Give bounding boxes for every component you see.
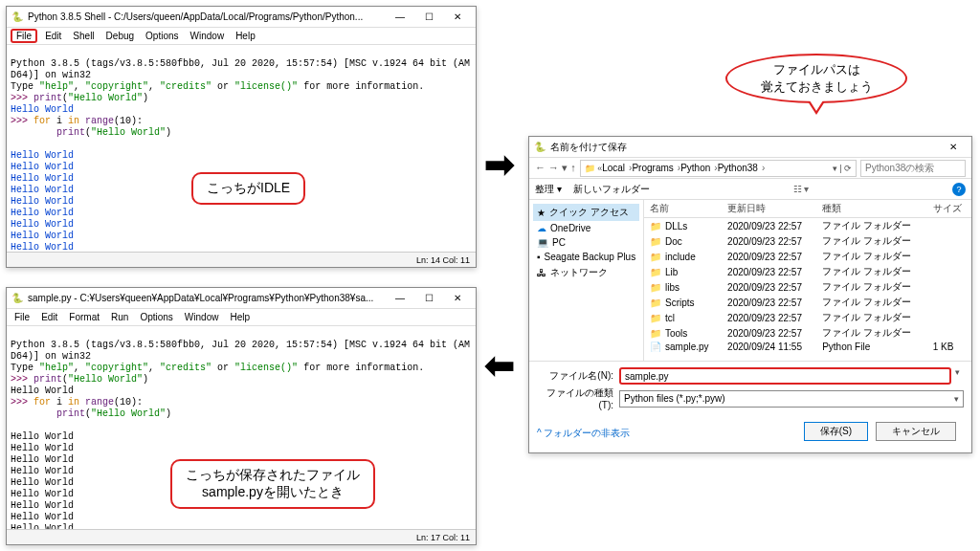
nav-onedrive[interactable]: ☁OneDrive xyxy=(533,221,639,235)
view-icon[interactable]: ☷ ▾ xyxy=(793,184,810,194)
save-title: 名前を付けて保存 xyxy=(550,141,939,154)
editor-status: Ln: 17 Col: 11 xyxy=(416,533,470,542)
col-size[interactable]: サイズ xyxy=(927,200,971,218)
callout-idle: こっちがIDLE xyxy=(191,172,305,205)
editor-title: sample.py - C:¥Users¥queen¥AppData¥Local… xyxy=(28,293,386,303)
menu-options[interactable]: Options xyxy=(142,31,182,41)
python-icon: 🐍 xyxy=(11,11,24,24)
callout-path-line2: 覚えておきましょう xyxy=(761,79,873,94)
crumb-local[interactable]: Local xyxy=(602,163,632,173)
folder-icon: 📁 xyxy=(650,313,661,323)
col-name[interactable]: 名前 xyxy=(644,200,722,218)
minimize-icon[interactable]: — xyxy=(386,289,414,308)
editor-statusbar: Ln: 17 Col: 11 xyxy=(7,529,476,544)
callout-path-speech: ファイルパスは 覚えておきましょう xyxy=(725,54,907,103)
menu-help[interactable]: Help xyxy=(232,31,259,41)
col-type[interactable]: 種類 xyxy=(816,200,927,218)
maximize-icon[interactable]: ☐ xyxy=(414,8,443,27)
save-titlebar[interactable]: 🐍 名前を付けて保存 ✕ xyxy=(529,137,971,158)
search-input[interactable] xyxy=(860,160,966,177)
nav-pc[interactable]: 💻PC xyxy=(533,235,639,250)
idle-title: Python 3.8.5 Shell - C:/Users/queen/AppD… xyxy=(28,11,386,22)
col-date[interactable]: 更新日時 xyxy=(722,200,816,218)
menu-window[interactable]: Window xyxy=(187,31,229,41)
folder-icon: 📁 xyxy=(650,236,661,247)
menu-edit[interactable]: Edit xyxy=(37,312,61,322)
table-row[interactable]: 📁Lib2020/09/23 22:57ファイル フォルダー xyxy=(644,264,971,279)
menu-window[interactable]: Window xyxy=(181,312,223,322)
callout-path-line1: ファイルパスは xyxy=(773,62,860,77)
menu-run[interactable]: Run xyxy=(107,312,132,322)
table-row[interactable]: 📁tcl2020/09/23 22:57ファイル フォルダー xyxy=(644,310,971,325)
idle-shell-window: 🐍 Python 3.8.5 Shell - C:/Users/queen/Ap… xyxy=(6,6,477,268)
organize-button[interactable]: 整理 ▾ xyxy=(535,183,562,196)
crumb-python38[interactable]: Python38 xyxy=(718,163,766,173)
newfolder-button[interactable]: 新しいフォルダー xyxy=(573,183,650,196)
cancel-button[interactable]: キャンセル xyxy=(876,422,956,441)
close-icon[interactable]: ✕ xyxy=(443,289,472,308)
python-icon: 🐍 xyxy=(11,292,24,305)
close-icon[interactable]: ✕ xyxy=(939,138,968,157)
folder-icon: 📁 xyxy=(650,267,661,277)
callout-editor: こっちが保存されたファイル sample.pyを開いたとき xyxy=(170,459,375,509)
python-icon: 🐍 xyxy=(533,141,546,154)
nav-network[interactable]: 🖧ネットワーク xyxy=(533,264,639,281)
menu-edit[interactable]: Edit xyxy=(41,31,65,41)
arrow-right-icon: ➡ xyxy=(484,143,515,186)
nav-back-icon[interactable]: ← → ▾ ↑ xyxy=(535,162,576,174)
filetype-label: ファイルの種類(T): xyxy=(537,386,613,410)
filename-input[interactable] xyxy=(619,367,951,385)
arrow-left-icon: ➡ xyxy=(484,344,515,386)
nav-seagate[interactable]: ▪Seagate Backup Plus xyxy=(533,250,639,264)
idle-status: Ln: 14 Col: 11 xyxy=(416,255,470,265)
folder-icon: 📁 xyxy=(650,298,661,308)
editor-menubar: File Edit Format Run Options Window Help xyxy=(7,309,476,326)
close-icon[interactable]: ✕ xyxy=(443,8,472,27)
menu-file[interactable]: File xyxy=(11,312,33,322)
idle-menubar: File Edit Shell Debug Options Window Hel… xyxy=(7,28,476,45)
crumb-python[interactable]: Python xyxy=(680,163,717,173)
menu-format[interactable]: Format xyxy=(65,312,103,322)
table-row[interactable]: 📁DLLs2020/09/23 22:57ファイル フォルダー xyxy=(644,218,971,234)
maximize-icon[interactable]: ☐ xyxy=(414,289,443,308)
save-breadcrumb-bar: ← → ▾ ↑ 📁 « Local Programs Python Python… xyxy=(529,158,971,179)
idle-titlebar[interactable]: 🐍 Python 3.8.5 Shell - C:/Users/queen/Ap… xyxy=(7,7,476,28)
save-button[interactable]: 保存(S) xyxy=(804,422,868,441)
table-row[interactable]: 📁Tools2020/09/23 22:57ファイル フォルダー xyxy=(644,325,971,341)
table-row[interactable]: 📁include2020/09/23 22:57ファイル フォルダー xyxy=(644,249,971,264)
folder-icon: 📁 xyxy=(650,328,661,339)
folder-icon: 📁 « xyxy=(585,164,603,173)
table-row[interactable]: 📄sample.py2020/09/24 11:55Python File1 K… xyxy=(644,341,971,353)
pyfile-icon: 📄 xyxy=(650,342,661,352)
crumb-programs[interactable]: Programs xyxy=(632,163,680,173)
save-toolbar: 整理 ▾ 新しいフォルダー ☷ ▾ ? xyxy=(529,179,971,200)
editor-titlebar[interactable]: 🐍 sample.py - C:¥Users¥queen¥AppData¥Loc… xyxy=(7,288,476,309)
folder-icon: 📁 xyxy=(650,282,661,293)
minimize-icon[interactable]: — xyxy=(386,8,414,27)
menu-shell[interactable]: Shell xyxy=(69,31,98,41)
idle-code-area[interactable]: Python 3.8.5 (tags/v3.8.5:580fbb0, Jul 2… xyxy=(7,45,476,252)
filetype-select[interactable]: Python files (*.py;*.pyw)▾ xyxy=(619,390,964,408)
filename-label: ファイル名(N): xyxy=(537,369,613,383)
folder-icon: 📁 xyxy=(650,252,661,262)
menu-file[interactable]: File xyxy=(11,29,37,43)
table-row[interactable]: 📁Doc2020/09/23 22:57ファイル フォルダー xyxy=(644,233,971,249)
table-row[interactable]: 📁Scripts2020/09/23 22:57ファイル フォルダー xyxy=(644,295,971,310)
nav-quick-access[interactable]: ★クイック アクセス xyxy=(533,204,639,221)
table-row[interactable]: 📁libs2020/09/23 22:57ファイル フォルダー xyxy=(644,279,971,295)
menu-options[interactable]: Options xyxy=(136,312,176,322)
save-file-list[interactable]: 名前 更新日時 種類 サイズ 📁DLLs2020/09/23 22:57ファイル… xyxy=(644,200,971,361)
save-nav-pane: ★クイック アクセス ☁OneDrive 💻PC ▪Seagate Backup… xyxy=(529,200,644,361)
folder-icon: 📁 xyxy=(650,221,661,231)
idle-statusbar: Ln: 14 Col: 11 xyxy=(7,252,476,267)
menu-help[interactable]: Help xyxy=(226,312,254,322)
hide-folders-link[interactable]: ^ フォルダーの非表示 xyxy=(537,427,630,440)
save-dialog-window: 🐍 名前を付けて保存 ✕ ← → ▾ ↑ 📁 « Local Programs … xyxy=(528,136,972,453)
help-icon[interactable]: ? xyxy=(952,183,966,196)
menu-debug[interactable]: Debug xyxy=(102,31,138,41)
